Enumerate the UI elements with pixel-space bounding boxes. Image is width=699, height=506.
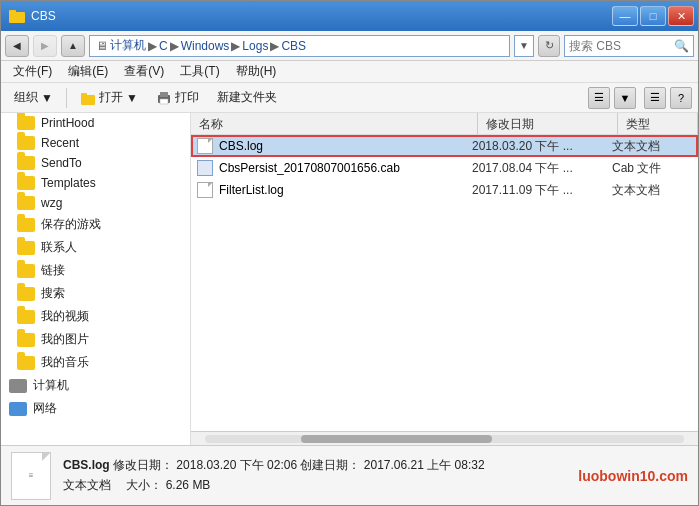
horizontal-scrollbar[interactable]	[191, 431, 698, 445]
folder-icon-sendto	[17, 156, 35, 170]
svg-rect-6	[160, 99, 168, 104]
file-row-cbspersist[interactable]: CbsPersist_20170807001656.cab 2017.08.04…	[191, 157, 698, 179]
file-icon-cbs-log	[197, 138, 213, 154]
file-date-filterlist: 2017.11.09 下午 ...	[472, 182, 612, 199]
close-button[interactable]: ✕	[668, 6, 694, 26]
view-dropdown-button[interactable]: ▼	[614, 87, 636, 109]
sidebar-item-links[interactable]: 链接	[1, 259, 190, 282]
sidebar-item-music[interactable]: 我的音乐	[1, 351, 190, 374]
sidebar-label-music: 我的音乐	[41, 354, 89, 371]
sidebar-item-templates[interactable]: Templates	[1, 173, 190, 193]
status-filename: CBS.log	[63, 458, 110, 472]
sidebar-item-search[interactable]: 搜索	[1, 282, 190, 305]
path-part-c[interactable]: C	[159, 39, 168, 53]
toolbar-right: ☰ ▼ ☰ ?	[588, 87, 692, 109]
sidebar-label-recent: Recent	[41, 136, 79, 150]
help-button[interactable]: ?	[670, 87, 692, 109]
path-part-computer[interactable]: 计算机	[110, 37, 146, 54]
header-name[interactable]: 名称	[191, 113, 478, 134]
sidebar-label-templates: Templates	[41, 176, 96, 190]
minimize-button[interactable]: —	[612, 6, 638, 26]
folder-icon-saved-games	[17, 218, 35, 232]
menu-edit[interactable]: 编辑(E)	[60, 61, 116, 82]
status-file-icon-lines: ≡	[29, 471, 34, 480]
sidebar-label-videos: 我的视频	[41, 308, 89, 325]
sidebar-item-wzg[interactable]: wzg	[1, 193, 190, 213]
file-row-filterlist[interactable]: FilterList.log 2017.11.09 下午 ... 文本文档	[191, 179, 698, 201]
maximize-button[interactable]: □	[640, 6, 666, 26]
sidebar-label-links: 链接	[41, 262, 65, 279]
file-type-filterlist: 文本文档	[612, 182, 692, 199]
sidebar-item-videos[interactable]: 我的视频	[1, 305, 190, 328]
path-part-logs[interactable]: Logs	[242, 39, 268, 53]
file-date-cbspersist: 2017.08.04 下午 ...	[472, 160, 612, 177]
sidebar: PrintHood Recent SendTo Templates wzg 保存…	[1, 113, 191, 445]
file-name-cbspersist: CbsPersist_20170807001656.cab	[219, 161, 400, 175]
sidebar-label-computer: 计算机	[33, 377, 69, 394]
sidebar-item-sendto[interactable]: SendTo	[1, 153, 190, 173]
details-pane-button[interactable]: ☰	[644, 87, 666, 109]
path-sep-1: ▶	[148, 39, 157, 53]
sidebar-item-pictures[interactable]: 我的图片	[1, 328, 190, 351]
address-path[interactable]: 🖥 计算机 ▶ C ▶ Windows ▶ Logs ▶ CBS	[89, 35, 510, 57]
sidebar-label-network: 网络	[33, 400, 57, 417]
file-name-cell-cbs-log: CBS.log	[197, 138, 472, 154]
h-scrollbar-track	[205, 435, 684, 443]
new-folder-button[interactable]: 新建文件夹	[210, 86, 284, 110]
status-filename-line: CBS.log 修改日期： 2018.03.20 下午 02:06 创建日期： …	[63, 457, 485, 474]
watermark: luobowin10.com	[578, 468, 688, 484]
folder-icon-videos	[17, 310, 35, 324]
file-icon-cbspersist	[197, 160, 213, 176]
sidebar-label-sendto: SendTo	[41, 156, 82, 170]
menu-tools[interactable]: 工具(T)	[172, 61, 227, 82]
search-box[interactable]: 🔍	[564, 35, 694, 57]
menu-view[interactable]: 查看(V)	[116, 61, 172, 82]
path-part-windows[interactable]: Windows	[181, 39, 230, 53]
path-sep-2: ▶	[170, 39, 179, 53]
sidebar-item-computer[interactable]: 计算机	[1, 374, 190, 397]
file-name-cbs-log: CBS.log	[219, 139, 263, 153]
sidebar-item-printhood[interactable]: PrintHood	[1, 113, 190, 133]
forward-button[interactable]: ▶	[33, 35, 57, 57]
sidebar-item-saved-games[interactable]: 保存的游戏	[1, 213, 190, 236]
open-button[interactable]: 打开 ▼	[73, 86, 145, 110]
print-button[interactable]: 打印	[149, 86, 206, 110]
organize-label: 组织	[14, 89, 38, 106]
search-input[interactable]	[569, 39, 670, 53]
file-name-cell-cbspersist: CbsPersist_20170807001656.cab	[197, 160, 472, 176]
menu-bar: 文件(F) 编辑(E) 查看(V) 工具(T) 帮助(H)	[1, 61, 698, 83]
organize-button[interactable]: 组织 ▼	[7, 86, 60, 110]
sidebar-label-pictures: 我的图片	[41, 331, 89, 348]
sidebar-item-recent[interactable]: Recent	[1, 133, 190, 153]
file-name-filterlist: FilterList.log	[219, 183, 284, 197]
folder-icon-templates	[17, 176, 35, 190]
view-button[interactable]: ☰	[588, 87, 610, 109]
menu-help[interactable]: 帮助(H)	[228, 61, 285, 82]
svg-rect-3	[81, 93, 87, 97]
status-size-label: 大小：	[114, 478, 162, 492]
status-modified-label: 修改日期：	[113, 458, 173, 472]
header-type[interactable]: 类型	[618, 113, 698, 134]
path-part-cbs[interactable]: CBS	[281, 39, 306, 53]
sidebar-item-contacts[interactable]: 联系人	[1, 236, 190, 259]
path-sep-4: ▶	[270, 39, 279, 53]
menu-file[interactable]: 文件(F)	[5, 61, 60, 82]
sidebar-label-contacts: 联系人	[41, 239, 77, 256]
sidebar-item-network[interactable]: 网络	[1, 397, 190, 420]
path-sep-3: ▶	[231, 39, 240, 53]
refresh-button[interactable]: ↻	[538, 35, 560, 57]
path-dropdown-button[interactable]: ▼	[514, 35, 534, 57]
up-button[interactable]: ▲	[61, 35, 85, 57]
folder-icon-music	[17, 356, 35, 370]
folder-icon-contacts	[17, 241, 35, 255]
folder-icon-wzg	[17, 196, 35, 210]
open-dropdown-icon: ▼	[126, 91, 138, 105]
header-date[interactable]: 修改日期	[478, 113, 618, 134]
status-type-size-line: 文本文档 大小： 6.26 MB	[63, 477, 485, 494]
back-button[interactable]: ◀	[5, 35, 29, 57]
organize-dropdown-icon: ▼	[41, 91, 53, 105]
file-list: 名称 修改日期 类型 CBS.log 2018.03.20 下午 ... 文本文…	[191, 113, 698, 445]
status-type: 文本文档	[63, 478, 111, 492]
file-row-cbs-log[interactable]: CBS.log 2018.03.20 下午 ... 文本文档	[191, 135, 698, 157]
file-list-body: CBS.log 2018.03.20 下午 ... 文本文档 CbsPersis…	[191, 135, 698, 431]
